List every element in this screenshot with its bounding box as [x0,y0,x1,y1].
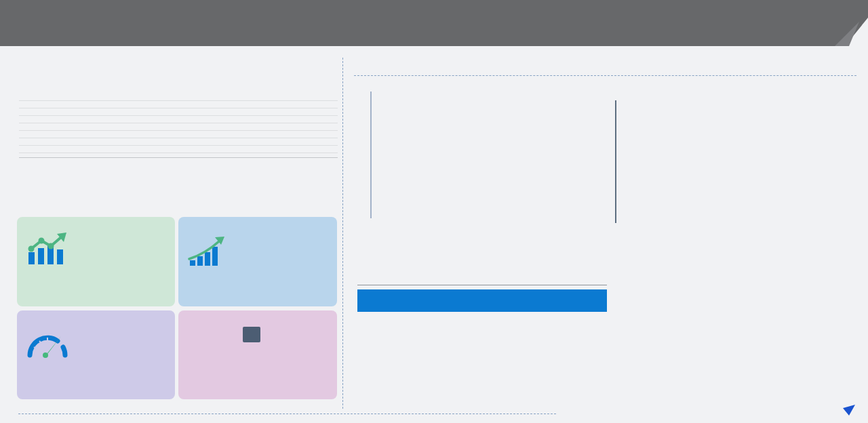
header [0,0,868,46]
vertical-divider [342,58,343,409]
rising-bars-arrow-icon [188,236,227,267]
market-growth-card [178,310,337,399]
title-underline [354,75,856,76]
price-sensitivity-row [357,289,607,312]
yoy-growth-card [17,217,175,306]
drivers-table [357,268,607,312]
kpc-bar-chart [615,100,724,223]
speedometer-icon [26,324,69,359]
customer-landscape-list [368,85,606,224]
technavio-logo [843,403,860,416]
technavio-arrow-icon [843,405,856,416]
momentum-card [17,310,175,399]
cagr-card [178,217,337,306]
list-spine [370,92,372,218]
growth-mini-chart [184,327,244,381]
page-curl-decoration [814,0,868,46]
infographic-root [0,0,868,423]
growth-amount-badge [243,327,260,342]
lifecycle-chart [617,263,853,376]
drivers-table-header [357,268,607,285]
bar-chart-trend-up-icon [27,232,71,266]
footer-divider [18,414,556,414]
market-size-bar-chart [19,100,338,158]
base-year-callout [26,193,27,205]
footer [833,403,860,416]
